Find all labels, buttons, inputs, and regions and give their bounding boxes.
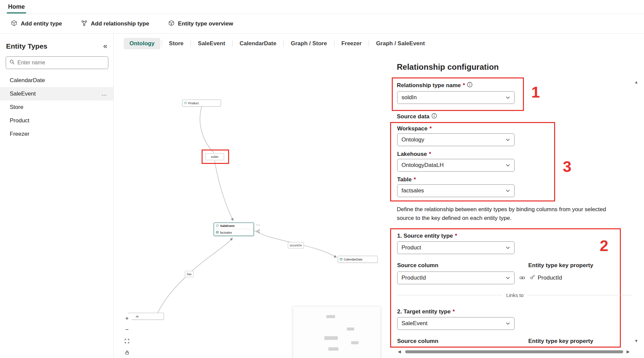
source-data-label: Source data (397, 113, 437, 120)
workspace-label: Workspace * (397, 125, 432, 132)
minimap-node (328, 347, 338, 351)
calendar-icon (340, 258, 342, 261)
minimap-node (347, 327, 354, 331)
document-tabstrip: Ontology Store SaleEvent CalendarDate Gr… (114, 34, 644, 54)
relationship-description: Define the relationship between entity t… (397, 205, 624, 222)
edge-label-occurson[interactable]: occursOn (288, 242, 304, 248)
key-property-label-2: Entity type key property (528, 338, 593, 345)
tab-graph-store[interactable]: Graph / Store (285, 38, 333, 49)
annotation-number-2: 2 (600, 237, 608, 255)
ribbon-toolbar: Add entity type Add relationship type En… (0, 14, 644, 34)
cube-icon (216, 224, 219, 228)
tab-calendardate[interactable]: CalendarDate (234, 38, 282, 49)
add-relationship-type-label: Add relationship type (91, 20, 149, 27)
entity-type-overview-button[interactable]: Entity type overview (168, 20, 233, 28)
chevron-down-icon (505, 276, 510, 280)
tab-freezer[interactable]: Freezer (336, 38, 367, 49)
links-to-divider: Links to (397, 292, 633, 298)
tab-ontology[interactable]: Ontology (124, 38, 160, 49)
chevron-down-icon (505, 188, 510, 193)
minimap-node (351, 341, 359, 344)
lakehouse-label: Lakehouse * (397, 151, 431, 158)
tab-store[interactable]: Store (163, 38, 189, 49)
entity-search-box[interactable] (6, 56, 108, 69)
search-input[interactable] (17, 60, 105, 66)
edge-label-soldin[interactable]: soldIn (205, 153, 224, 160)
sidebar-item-saleevent[interactable]: SaleEvent … (0, 87, 113, 101)
tab-home[interactable]: Home (7, 1, 26, 13)
workspace-dropdown[interactable]: Ontology (397, 133, 515, 146)
horizontal-scroll-left-icon[interactable]: ◀ (398, 349, 401, 354)
minimap-node (324, 336, 338, 340)
node-share-icon[interactable] (256, 228, 260, 234)
cube-icon (184, 102, 187, 105)
table-icon (216, 231, 219, 234)
add-entity-type-button[interactable]: Add entity type (11, 20, 62, 28)
top-tab-bar: Home (0, 0, 644, 14)
sidebar-item-product[interactable]: Product (0, 114, 113, 127)
cube-add-icon (11, 20, 17, 28)
key-property-value: ProductId (530, 274, 562, 281)
node-more-icon[interactable]: … (256, 222, 260, 226)
sidebar-title: Entity Types (6, 42, 47, 50)
target-entity-type-label: 2. Target entity type * (397, 308, 455, 315)
lakehouse-dropdown[interactable]: OntologyDataLH (397, 159, 515, 172)
entity-type-overview-label: Entity type overview (178, 20, 233, 27)
sidebar-item-freezer[interactable]: Freezer (0, 127, 113, 141)
table-label: Table * (397, 176, 416, 183)
chevron-down-icon (505, 321, 510, 326)
zoom-in-button[interactable]: + (122, 314, 131, 323)
source-entity-type-label: 1. Source entity type * (397, 233, 457, 239)
more-options-icon[interactable]: … (101, 91, 107, 97)
node-actions: … (256, 222, 260, 234)
table-dropdown[interactable]: factsales (397, 184, 515, 197)
panel-title: Relationship configuration (397, 62, 499, 72)
chevron-down-icon (505, 245, 510, 250)
chevron-down-icon (505, 95, 510, 100)
node-calendardate[interactable]: CalendarDate (338, 256, 378, 263)
search-icon (9, 59, 15, 66)
node-product[interactable]: Product (182, 100, 221, 107)
relationship-icon (81, 20, 88, 28)
info-icon[interactable] (431, 113, 437, 120)
key-icon (530, 274, 535, 281)
source-column-label-2: Source column (397, 338, 438, 345)
relationship-type-dropdown[interactable]: soldIn (397, 91, 515, 104)
source-column-dropdown[interactable]: ProductId (397, 272, 515, 284)
edge-label-has[interactable]: has (185, 271, 194, 277)
fit-to-screen-button[interactable] (122, 337, 131, 346)
canvas-zoom-controls: + − (122, 314, 131, 357)
annotation-number-1: 1 (531, 83, 540, 101)
entity-types-sidebar: Entity Types « CalendarDate SaleEvent … … (0, 34, 114, 358)
sidebar-item-calendardate[interactable]: CalendarDate (0, 74, 113, 87)
tab-graph-saleevent[interactable]: Graph / SaleEvent (370, 38, 431, 49)
minimap-node (326, 315, 335, 318)
tab-saleevent[interactable]: SaleEvent (192, 38, 231, 49)
vertical-scroll-down-icon[interactable]: ▼ (634, 339, 638, 343)
source-column-label: Source column (397, 262, 438, 269)
sidebar-item-store[interactable]: Store (0, 101, 113, 114)
collapse-sidebar-icon[interactable]: « (103, 43, 107, 50)
add-relationship-type-button[interactable]: Add relationship type (81, 20, 149, 28)
lock-button[interactable] (122, 348, 131, 357)
source-entity-type-dropdown[interactable]: Product (397, 241, 515, 254)
link-icon (519, 275, 525, 282)
horizontal-scrollbar-thumb[interactable] (405, 350, 623, 353)
key-property-label: Entity type key property (528, 262, 593, 269)
chevron-down-icon (505, 163, 510, 168)
vertical-scroll-up-icon[interactable]: ▲ (634, 80, 638, 84)
add-entity-type-label: Add entity type (21, 20, 62, 27)
annotation-number-3: 3 (563, 158, 572, 176)
chevron-down-icon (505, 137, 510, 142)
zoom-out-button[interactable]: − (122, 325, 131, 334)
canvas-minimap[interactable] (293, 307, 380, 358)
entity-type-list: CalendarDate SaleEvent … Store Product F… (0, 74, 113, 141)
info-icon[interactable] (467, 82, 473, 89)
node-partial[interactable]: re (128, 313, 164, 320)
horizontal-scroll-right-icon[interactable]: ▶ (627, 349, 630, 354)
relationship-type-name-label: Relationship type name * (397, 82, 473, 89)
overview-icon (168, 20, 175, 28)
node-saleevent[interactable]: SaleEvent factsales (214, 223, 254, 236)
target-entity-type-dropdown[interactable]: SaleEvent (397, 317, 515, 330)
